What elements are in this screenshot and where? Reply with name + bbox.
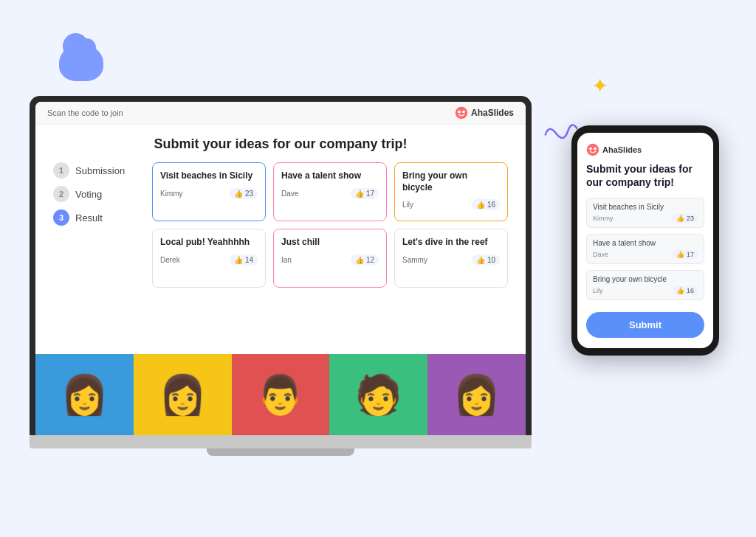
step-item-3: 3 Result <box>53 209 134 226</box>
photo-bg-3: 🧑 <box>329 354 427 435</box>
laptop-base <box>30 435 532 448</box>
step-num-3: 3 <box>53 209 69 226</box>
photo-block-2: 👨 <box>232 354 330 435</box>
step-item-1: 1 Submission <box>53 162 134 179</box>
photo-block-3: 🧑 <box>329 354 427 435</box>
screen-main-title: Submit your ideas for our company trip! <box>53 136 508 152</box>
steps-and-cards: 1 Submission 2 Voting 3 Result <box>53 162 508 288</box>
card-votes-2: 👍 16 <box>472 199 500 210</box>
step-label-3: Result <box>75 212 103 224</box>
card-votes-3: 👍 14 <box>230 254 258 266</box>
idea-card-text-1: Have a talent show <box>281 170 379 182</box>
photo-block-1: 👩 <box>134 354 232 435</box>
step-num-2: 2 <box>53 186 69 202</box>
card-meta-2: Lily 👍 16 <box>402 199 500 210</box>
card-author-0: Kimmy <box>160 190 183 198</box>
phone-brand-name: AhaSlides <box>602 145 642 154</box>
photo-block-0: 👩 <box>35 354 134 435</box>
svg-point-0 <box>456 107 468 119</box>
phone-entry-2: Bring your own bicycle Lily 👍 16 <box>586 270 704 300</box>
card-votes-4: 👍 12 <box>351 254 379 266</box>
thumb-icon-0: 👍 <box>234 190 243 198</box>
svg-point-3 <box>587 144 599 156</box>
phone-submit-button[interactable]: Submit <box>586 312 704 338</box>
phone-entry-author-0: Kimmy <box>593 215 614 222</box>
phone-entry-title-0: Visit beaches in Sicily <box>593 203 698 211</box>
card-votes-1: 👍 17 <box>351 188 379 199</box>
photos-row: 👩👩👨🧑👩 <box>35 354 526 435</box>
idea-card-4: Just chill Ian 👍 12 <box>273 229 387 288</box>
phone-entry-votes-1: 👍 17 <box>673 250 698 259</box>
phone-entry-meta-0: Kimmy 👍 23 <box>593 214 698 223</box>
svg-point-1 <box>458 111 461 114</box>
thumb-icon-5: 👍 <box>476 256 485 264</box>
step-item-2: 2 Voting <box>53 186 134 202</box>
steps-list: 1 Submission 2 Voting 3 Result <box>53 162 134 288</box>
phone-entry-meta-2: Lily 👍 16 <box>593 286 698 295</box>
phone-entry-meta-1: Dave 👍 17 <box>593 250 698 259</box>
thumb-icon-1: 👍 <box>355 190 364 198</box>
idea-card-2: Bring your own bicycle Lily 👍 16 <box>394 162 508 221</box>
phone-entry-author-2: Lily <box>593 287 603 294</box>
card-meta-5: Sammy 👍 10 <box>402 254 500 266</box>
idea-cards-grid: Visit beaches in Sicily Kimmy 👍 23 Have … <box>152 162 508 288</box>
phone-logo-icon <box>586 143 599 156</box>
thumb-icon-4: 👍 <box>355 256 364 264</box>
card-meta-0: Kimmy 👍 23 <box>160 188 258 199</box>
card-votes-5: 👍 10 <box>472 254 500 266</box>
screen-body: Submit your ideas for our company trip! … <box>35 125 526 299</box>
photo-bg-1: 👩 <box>134 354 232 435</box>
card-author-5: Sammy <box>402 256 427 264</box>
card-author-1: Dave <box>281 190 298 198</box>
svg-point-5 <box>594 148 597 150</box>
idea-card-5: Let's dive in the reef Sammy 👍 10 <box>394 229 508 288</box>
idea-card-text-3: Local pub! Yeahhhhh <box>160 237 258 249</box>
idea-card-text-5: Let's dive in the reef <box>402 237 500 249</box>
photo-bg-0: 👩 <box>35 354 134 435</box>
laptop-device: Scan the code to join AhaSlides Submit y… <box>30 96 532 479</box>
card-meta-1: Dave 👍 17 <box>281 188 379 199</box>
card-votes-0: 👍 23 <box>230 188 258 199</box>
scan-label: Scan the code to join <box>47 108 123 117</box>
thumb-icon-3: 👍 <box>234 256 243 264</box>
step-label-1: Submission <box>75 165 125 176</box>
phone-entry-votes-2: 👍 16 <box>673 286 698 295</box>
photo-block-4: 👩 <box>427 354 526 435</box>
star-decoration-3: ✦ <box>591 74 608 98</box>
thumb-icon-2: 👍 <box>476 201 485 209</box>
phone-entry-votes-0: 👍 23 <box>673 214 698 223</box>
photo-bg-4: 👩 <box>427 354 526 435</box>
laptop-screen: Scan the code to join AhaSlides Submit y… <box>35 102 526 435</box>
laptop-stand <box>207 448 354 456</box>
cloud-decoration <box>59 44 103 81</box>
card-meta-3: Derek 👍 14 <box>160 254 258 266</box>
step-num-1: 1 <box>53 162 69 179</box>
phone-entry-title-1: Have a talent show <box>593 239 698 247</box>
idea-card-text-0: Visit beaches in Sicily <box>160 170 258 182</box>
laptop-screen-outer: Scan the code to join AhaSlides Submit y… <box>30 96 532 435</box>
phone-main-title: Submit your ideas for our company trip! <box>586 162 704 189</box>
phone-entries-list: Visit beaches in Sicily Kimmy 👍 23 Have … <box>586 198 704 300</box>
idea-card-text-2: Bring your own bicycle <box>402 170 500 193</box>
svg-point-4 <box>589 148 592 150</box>
phone-logo-row: AhaSlides <box>586 143 704 156</box>
card-author-3: Derek <box>160 256 180 264</box>
phone-entry-1: Have a talent show Dave 👍 17 <box>586 234 704 264</box>
idea-card-1: Have a talent show Dave 👍 17 <box>273 162 387 221</box>
card-author-4: Ian <box>281 256 292 264</box>
phone-screen: AhaSlides Submit your ideas for our comp… <box>577 133 713 348</box>
idea-card-text-4: Just chill <box>281 237 379 249</box>
svg-point-2 <box>462 111 465 114</box>
phone-entry-title-2: Bring your own bicycle <box>593 275 698 283</box>
card-meta-4: Ian 👍 12 <box>281 254 379 266</box>
idea-card-0: Visit beaches in Sicily Kimmy 👍 23 <box>152 162 266 221</box>
ahaslides-logo-laptop: AhaSlides <box>455 106 514 119</box>
photo-bg-2: 👨 <box>232 354 330 435</box>
card-author-2: Lily <box>402 201 413 209</box>
idea-card-3: Local pub! Yeahhhhh Derek 👍 14 <box>152 229 266 288</box>
phone-entry-0: Visit beaches in Sicily Kimmy 👍 23 <box>586 198 704 228</box>
step-label-2: Voting <box>75 189 102 200</box>
phone-entry-author-1: Dave <box>593 251 608 258</box>
phone-device: AhaSlides Submit your ideas for our comp… <box>571 125 719 356</box>
screen-header: Scan the code to join AhaSlides <box>35 102 526 125</box>
